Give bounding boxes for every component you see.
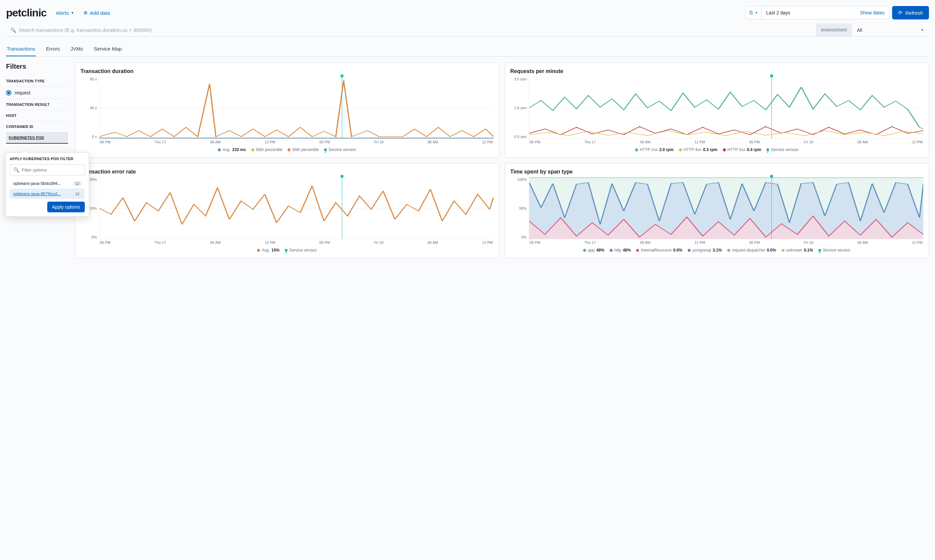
legend-item[interactable]: http 48% [610, 248, 631, 252]
popover-search-input[interactable] [22, 168, 81, 172]
legend-item[interactable]: Avg. 232 ms [218, 148, 246, 152]
chevron-down-icon: ▼ [71, 11, 74, 15]
x-axis: 06 PMThu 1706 AM12 PM06 PMFri 1806 AM12 … [529, 240, 924, 245]
filter-transaction-type[interactable]: TRANSACTION TYPE [6, 76, 68, 87]
popover-option[interactable]: opbeans-java-5bdcd94... 12 [10, 178, 85, 189]
plot-area[interactable]: 06 PMThu 1706 AM12 PM06 PMFri 1806 AM12 … [99, 77, 494, 144]
chart-title: Requests per minute [510, 68, 924, 74]
chart-title: Time spent by span type [510, 169, 924, 175]
popover-title: APPLY KUBERNETES POD FILTER [10, 157, 85, 161]
page-title: petclinic [6, 7, 46, 19]
popover-option[interactable]: opbeans-java-8579ccd... 12 [10, 189, 85, 199]
y-axis: 100% 50% 0% [510, 177, 529, 245]
x-axis: 06 PMThu 1706 AM12 PM06 PMFri 1806 AM12 … [99, 140, 494, 144]
legend-service-version[interactable]: Service version [766, 148, 798, 152]
apply-options-button[interactable]: Apply options [47, 202, 85, 212]
filter-host[interactable]: HOST [6, 110, 68, 121]
tab-transactions[interactable]: Transactions [6, 43, 36, 56]
tab-jvms[interactable]: JVMs [70, 43, 84, 56]
legend-item[interactable]: 99th percentile [288, 148, 319, 152]
add-data-link[interactable]: ⊕Add data [83, 10, 110, 16]
pin-icon [818, 249, 821, 252]
legend-item[interactable]: postgresql 3.1% [688, 248, 722, 252]
chart-title: Transaction error rate [80, 169, 494, 175]
tabs: Transactions Errors JVMs Service Map [6, 43, 929, 57]
count-badge: 12 [73, 192, 82, 196]
environment-select[interactable]: All▼ [852, 23, 929, 37]
legend-item[interactable]: unknown 0.1% [781, 248, 813, 252]
refresh-button[interactable]: ⟳Refresh [892, 6, 929, 19]
date-range-text[interactable]: Last 2 days [761, 6, 855, 19]
legend-item[interactable]: 95th percentile [251, 148, 282, 152]
search-icon: 🔍 [11, 28, 16, 33]
plus-circle-icon: ⊕ [83, 10, 88, 16]
pin-icon [285, 249, 288, 252]
count-badge: 12 [73, 181, 82, 186]
plot-area[interactable]: 06 PMThu 1706 AM12 PM06 PMFri 1806 AM12 … [529, 177, 924, 245]
tab-service-map[interactable]: Service Map [93, 43, 122, 56]
service-version-marker [772, 77, 772, 138]
tab-errors[interactable]: Errors [45, 43, 60, 56]
legend-item[interactable]: InternalResource 0.0% [636, 248, 682, 252]
legend: Avg. 15% Service version [80, 248, 494, 252]
legend-item[interactable]: HTTP 5xx 0.4 rpm [723, 148, 761, 152]
kubernetes-pod-popover: APPLY KUBERNETES POD FILTER 🔍 opbeans-ja… [5, 152, 89, 217]
card-requests-per-minute: Requests per minute 3.5 rpm 1.8 rpm 0.0 … [505, 63, 929, 158]
x-axis: 06 PMThu 1706 AM12 PM06 PMFri 1806 AM12 … [99, 240, 494, 245]
pin-icon [324, 148, 327, 151]
legend: Avg. 232 ms 95th percentile 99th percent… [80, 148, 494, 152]
card-time-spent-by-span-type: Time spent by span type 100% 50% 0% [505, 163, 929, 258]
alerts-dropdown[interactable]: Alerts▼ [56, 10, 74, 16]
card-transaction-duration: Transaction duration 80 s 40 s 0 s [75, 63, 499, 158]
x-axis: 06 PMThu 1706 AM12 PM06 PMFri 1806 AM12 … [529, 140, 924, 144]
popover-search[interactable]: 🔍 [10, 164, 85, 175]
plot-area[interactable]: 06 PMThu 1706 AM12 PM06 PMFri 1806 AM12 … [99, 177, 494, 245]
search-box[interactable]: 🔍 [6, 23, 816, 37]
filter-container-id[interactable]: CONTAINER ID [6, 121, 68, 132]
legend: app 49% http 48% InternalResource 0.0% p… [510, 248, 924, 252]
card-transaction-error-rate: Transaction error rate 30% 15% 0% [75, 163, 499, 258]
legend-item[interactable]: request-dispatcher 0.0% [727, 248, 776, 252]
environment-label: environment [816, 23, 852, 37]
legend-service-version[interactable]: Service version [285, 248, 317, 252]
refresh-icon: ⟳ [898, 10, 903, 16]
show-dates-link[interactable]: Show dates [855, 6, 889, 19]
legend: HTTP 2xx 2.0 rpm HTTP 4xx 0.3 rpm HTTP 5… [510, 148, 924, 152]
plot-area[interactable]: 06 PMThu 1706 AM12 PM06 PMFri 1806 AM12 … [529, 77, 924, 144]
y-axis: 3.5 rpm 1.8 rpm 0.0 rpm [510, 77, 529, 144]
filter-transaction-result[interactable]: TRANSACTION RESULT [6, 99, 68, 110]
y-axis: 80 s 40 s 0 s [80, 77, 99, 144]
legend-item[interactable]: HTTP 2xx 2.0 rpm [635, 148, 674, 152]
chevron-down-icon: ▼ [921, 28, 924, 32]
legend-item[interactable]: HTTP 4xx 0.3 rpm [679, 148, 718, 152]
calendar-icon[interactable]: 🗓 ▼ [745, 6, 761, 19]
legend-item[interactable]: Avg. 15% [257, 248, 279, 252]
search-icon: 🔍 [14, 167, 19, 172]
header: petclinic Alerts▼ ⊕Add data 🗓 ▼ Last 2 d… [6, 6, 929, 19]
legend-service-version[interactable]: Service version [324, 148, 356, 152]
radio-checked-icon [6, 90, 11, 95]
date-picker[interactable]: 🗓 ▼ Last 2 days Show dates [745, 6, 889, 19]
legend-item[interactable]: app 49% [583, 248, 604, 252]
search-input[interactable] [19, 27, 812, 33]
chart-title: Transaction duration [80, 68, 494, 74]
service-version-marker [772, 177, 772, 239]
filter-request[interactable]: request [6, 87, 68, 99]
filters-title: Filters [6, 63, 68, 70]
legend-service-version[interactable]: Service version [818, 248, 850, 252]
filter-kubernetes-pod[interactable]: KUBERNETES POD [6, 132, 68, 144]
pin-icon [766, 148, 769, 151]
main-charts: Transaction duration 80 s 40 s 0 s [75, 63, 929, 258]
